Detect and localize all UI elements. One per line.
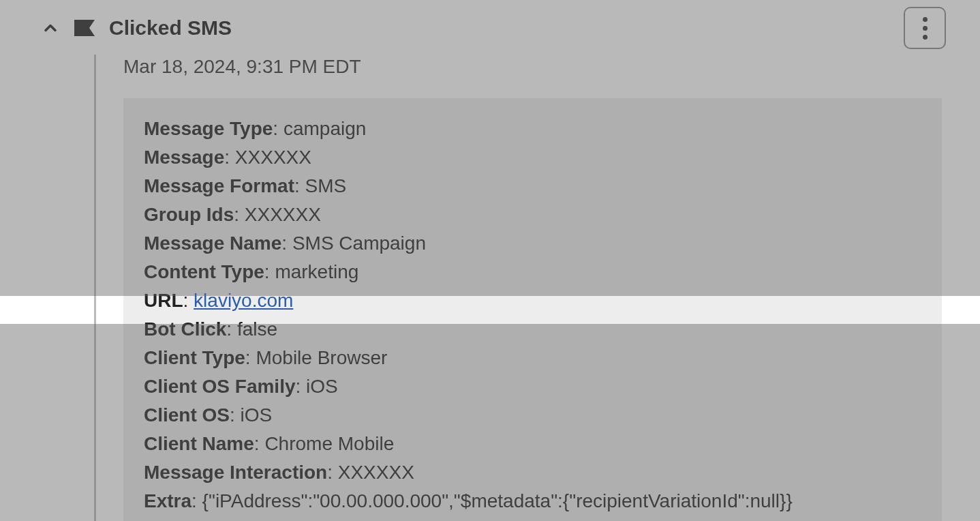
detail-label: Message Type bbox=[144, 118, 273, 139]
detail-row: Message Format: SMS bbox=[144, 172, 921, 200]
detail-row: Client OS Family: iOS bbox=[144, 372, 921, 401]
detail-label: Client Type bbox=[144, 347, 245, 368]
detail-value: marketing bbox=[275, 261, 358, 282]
collapse-toggle[interactable] bbox=[41, 18, 60, 38]
detail-row: Group Ids: XXXXXX bbox=[144, 200, 921, 229]
more-options-button[interactable] bbox=[904, 7, 946, 49]
event-title: Clicked SMS bbox=[109, 16, 232, 40]
flag-icon bbox=[74, 20, 95, 36]
detail-value: SMS Campaign bbox=[292, 233, 426, 254]
detail-label: Content Type bbox=[144, 261, 264, 282]
detail-value: Mobile Browser bbox=[256, 347, 387, 368]
detail-label: Client OS bbox=[144, 404, 230, 426]
detail-value: {"iPAddress":"00.00.000.000","$metadata"… bbox=[202, 490, 793, 511]
detail-row: Message Name: SMS Campaign bbox=[144, 229, 921, 258]
detail-label: Bot Click bbox=[144, 318, 226, 340]
detail-value: XXXXXX bbox=[245, 204, 321, 225]
detail-label: Message bbox=[144, 147, 224, 168]
detail-row: Client Name: Chrome Mobile bbox=[144, 430, 921, 458]
event-body: Mar 18, 2024, 9:31 PM EDT Message Type: … bbox=[123, 55, 946, 521]
detail-row: Client Type: Mobile Browser bbox=[144, 344, 921, 372]
detail-row: Message: XXXXXX bbox=[144, 143, 921, 172]
timeline-column: Mar 18, 2024, 9:31 PM EDT Message Type: … bbox=[41, 55, 946, 521]
detail-value: false bbox=[237, 318, 277, 340]
detail-label: Message Interaction bbox=[144, 462, 327, 483]
chevron-up-icon bbox=[41, 18, 60, 38]
detail-label: Message Name bbox=[144, 233, 281, 254]
detail-label: Message Format bbox=[144, 175, 294, 196]
event-header: Clicked SMS bbox=[41, 7, 946, 49]
detail-label: Group Ids bbox=[144, 204, 234, 225]
detail-value: XXXXXX bbox=[235, 147, 311, 168]
detail-label: Client OS Family bbox=[144, 376, 296, 397]
detail-row: Message Interaction: XXXXXX bbox=[144, 458, 921, 487]
detail-label: Client Name bbox=[144, 433, 254, 454]
kebab-icon bbox=[923, 17, 928, 40]
detail-row: Client OS: iOS bbox=[144, 401, 921, 430]
detail-value: campaign bbox=[284, 118, 366, 139]
detail-box: Message Type: campaignMessage: XXXXXXMes… bbox=[123, 98, 942, 521]
detail-row: URL: klaviyo.com bbox=[144, 286, 921, 315]
timeline-line bbox=[94, 55, 96, 521]
detail-label: Extra bbox=[144, 490, 192, 511]
event-timestamp: Mar 18, 2024, 9:31 PM EDT bbox=[123, 55, 946, 78]
detail-label: URL bbox=[144, 290, 183, 311]
detail-row: Extra: {"iPAddress":"00.00.000.000","$me… bbox=[144, 487, 921, 516]
detail-value: XXXXXX bbox=[338, 462, 414, 483]
detail-value: SMS bbox=[305, 175, 347, 196]
detail-row: Bot Click: false bbox=[144, 315, 921, 344]
detail-value: Chrome Mobile bbox=[264, 433, 394, 454]
detail-row: Message Type: campaign bbox=[144, 115, 921, 143]
detail-row: Content Type: marketing bbox=[144, 258, 921, 286]
detail-value: iOS bbox=[241, 404, 273, 426]
detail-link[interactable]: klaviyo.com bbox=[194, 290, 293, 311]
event-container: Clicked SMS Mar 18, 2024, 9:31 PM EDT Me… bbox=[0, 0, 980, 521]
detail-value: iOS bbox=[306, 376, 338, 397]
